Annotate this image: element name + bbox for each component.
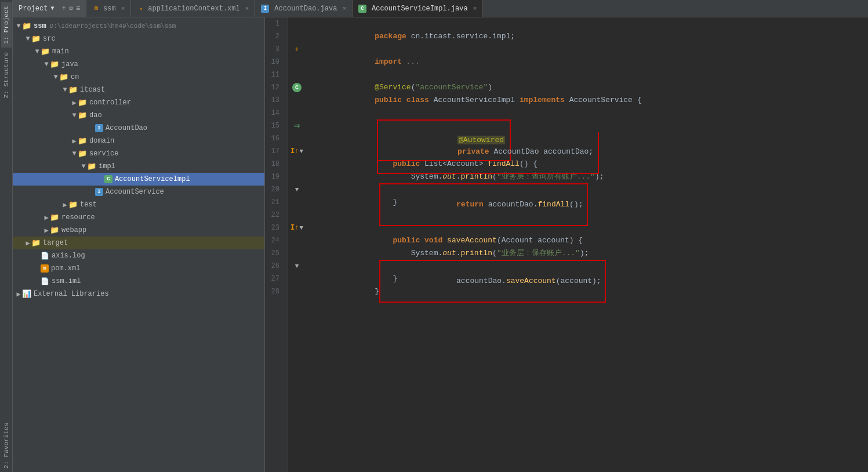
- ssm-root-label: ssm: [34, 22, 46, 30]
- tree-item-controller[interactable]: ▶ 📁 controller: [13, 96, 264, 109]
- tree-item-accountservice[interactable]: I AccountService: [13, 186, 264, 198]
- project-tab-label[interactable]: 1: Project: [1, 2, 12, 48]
- structure-tab-label[interactable]: Z: Structure: [1, 49, 12, 101]
- test-folder-icon: 📁: [68, 200, 78, 209]
- accountdao-tab-label: AccountDao.java: [274, 5, 337, 13]
- gutter-22: [288, 209, 306, 222]
- accountdao-tab-close[interactable]: ×: [342, 5, 346, 12]
- line-num-22: 22: [265, 209, 283, 222]
- accountserviceimpl-label: AccountServiceImpl: [115, 175, 190, 183]
- line-num-20: 20: [265, 183, 283, 196]
- controller-label: controller: [89, 99, 131, 107]
- accountserviceimpl-tab-close[interactable]: ×: [473, 5, 477, 12]
- code-line-11: @Service("accountService"): [311, 68, 862, 81]
- tab-applicationcontext[interactable]: ✦ applicationContext.xml ×: [131, 0, 255, 17]
- impl-label: impl: [99, 162, 115, 170]
- tree-item-impl[interactable]: ▼ 📁 impl: [13, 160, 264, 173]
- gutter-icon-impl[interactable]: ⇒: [294, 121, 300, 131]
- line-num-28: 28: [265, 285, 283, 298]
- accountservice-icon: I: [95, 188, 103, 196]
- test-label: test: [80, 201, 97, 209]
- domain-arrow: ▶: [71, 137, 78, 146]
- controller-folder-icon: 📁: [78, 98, 87, 107]
- tab-accountdao[interactable]: I AccountDao.java ×: [255, 0, 353, 17]
- gutter: + C ⇒ I↑: [288, 17, 306, 472]
- tree-item-external-libs[interactable]: ▶ 📊 External Libraries: [13, 288, 264, 300]
- project-panel: ▼ 📁 ssm D:\IdeaProjects\hm49\code\ssm\ss…: [13, 17, 265, 472]
- tree-item-domain[interactable]: ▶ 📁 domain: [13, 135, 264, 147]
- gutter-up-arrow-23[interactable]: I↑: [290, 224, 299, 232]
- tree-item-ssmiml[interactable]: 📄 ssm.iml: [13, 275, 264, 288]
- src-folder-icon: 📁: [31, 34, 41, 43]
- accountdao-label: AccountDao: [106, 124, 147, 132]
- gutter-26: ▼: [288, 260, 306, 273]
- line-num-12: 12: [265, 81, 283, 94]
- tree-item-ssm-root[interactable]: ▼ 📁 ssm D:\IdeaProjects\hm49\code\ssm\ss…: [13, 20, 264, 32]
- gutter-11: [288, 68, 306, 81]
- accountserviceimpl-tab-label: AccountServiceImpl.java: [372, 5, 468, 13]
- code-editor[interactable]: 1 2 3 10 11 12 13 14 15 16 17 18 19 20: [265, 17, 868, 472]
- gutter-25: [288, 247, 306, 260]
- tree-item-resource[interactable]: ▶ 📁 resource: [13, 211, 264, 224]
- tree-item-cn[interactable]: ▼ 📁 cn: [13, 71, 264, 83]
- tree-item-webapp[interactable]: ▶ 📁 webapp: [13, 224, 264, 237]
- appctx-tab-close[interactable]: ×: [245, 5, 249, 12]
- favorites-tab-label[interactable]: 2: Favorites: [1, 419, 12, 472]
- gutter-collapse-23[interactable]: ▼: [299, 224, 303, 231]
- line-num-3: 3: [265, 43, 283, 56]
- axislog-label: axis.log: [52, 252, 85, 260]
- gutter-13: [288, 94, 306, 107]
- tab-bar-plus[interactable]: +: [61, 5, 66, 13]
- ssmiml-icon: 📄: [41, 277, 49, 286]
- line-num-27: 27: [265, 273, 283, 285]
- accountdao-tab-icon: I: [261, 5, 269, 13]
- main-folder-icon: 📁: [41, 47, 50, 56]
- cn-label: cn: [71, 73, 79, 81]
- line-numbers: 1 2 3 10 11 12 13 14 15 16 17 18 19 20: [265, 17, 288, 472]
- appctx-tab-label: applicationContext.xml: [148, 5, 239, 13]
- gutter-16: [288, 132, 306, 145]
- tab-bar: Project ▼ + ⚙ ≡ m ssm × ✦ applicationCon…: [13, 0, 868, 17]
- line-num-19: 19: [265, 170, 283, 183]
- tree-item-target[interactable]: ▶ 📁 target: [13, 237, 264, 249]
- line-num-25: 25: [265, 247, 283, 260]
- main-layout: 1: Project Z: Structure 2: Favorites Pro…: [0, 0, 868, 472]
- tree-item-test[interactable]: ▶ 📁 test: [13, 198, 264, 211]
- gutter-icon-class[interactable]: C: [292, 83, 302, 92]
- gutter-collapse-17[interactable]: ▼: [299, 148, 303, 155]
- gutter-21: [288, 196, 306, 209]
- gutter-up-arrow-17[interactable]: I↑: [290, 147, 299, 155]
- dao-folder-icon: 📁: [78, 111, 87, 120]
- tab-bar-gear[interactable]: ⚙: [69, 4, 73, 13]
- tree-item-main[interactable]: ▼ 📁 main: [13, 45, 264, 58]
- code-content: 1 2 3 10 11 12 13 14 15 16 17 18 19 20: [265, 17, 868, 472]
- tree-item-itcast[interactable]: ▼ 📁 itcast: [13, 83, 264, 96]
- tree-item-pomxml[interactable]: m pom.xml: [13, 262, 264, 275]
- domain-folder-icon: 📁: [78, 136, 87, 146]
- tree-item-axislog[interactable]: 📄 axis.log: [13, 249, 264, 262]
- tree-item-dao[interactable]: ▼ 📁 dao: [13, 109, 264, 122]
- test-arrow: ▶: [61, 201, 68, 209]
- accountserviceimpl-tab-icon: C: [358, 5, 366, 13]
- line-num-23: 23: [265, 222, 283, 234]
- tab-ssm[interactable]: m ssm ×: [86, 0, 131, 17]
- gutter-collapse-26[interactable]: ▼: [295, 263, 299, 270]
- gutter-collapse-20[interactable]: ▼: [295, 186, 299, 193]
- tree-item-accountdao[interactable]: I AccountDao: [13, 122, 264, 135]
- project-dropdown-arrow: ▼: [50, 5, 54, 12]
- project-dropdown[interactable]: Project ▼ + ⚙ ≡: [13, 0, 86, 17]
- tab-bar-settings[interactable]: ≡: [76, 5, 80, 13]
- tree-item-accountserviceimpl[interactable]: C AccountServiceImpl: [13, 173, 264, 186]
- external-libs-arrow: ▶: [15, 290, 22, 299]
- gutter-23: I↑ ▼: [288, 222, 306, 234]
- service-label: service: [89, 150, 118, 158]
- ssm-tab-close[interactable]: ×: [121, 5, 125, 12]
- resource-folder-icon: 📁: [50, 213, 59, 222]
- tree-item-java[interactable]: ▼ 📁 java: [13, 58, 264, 71]
- tree-item-src[interactable]: ▼ 📁 src: [13, 32, 264, 45]
- tree-item-service[interactable]: ▼ 📁 service: [13, 147, 264, 160]
- tab-accountserviceimpl[interactable]: C AccountServiceImpl.java ×: [353, 0, 483, 17]
- accountservice-label: AccountService: [106, 188, 164, 196]
- gutter-18: [288, 158, 306, 170]
- line-num-1: 1: [265, 17, 283, 30]
